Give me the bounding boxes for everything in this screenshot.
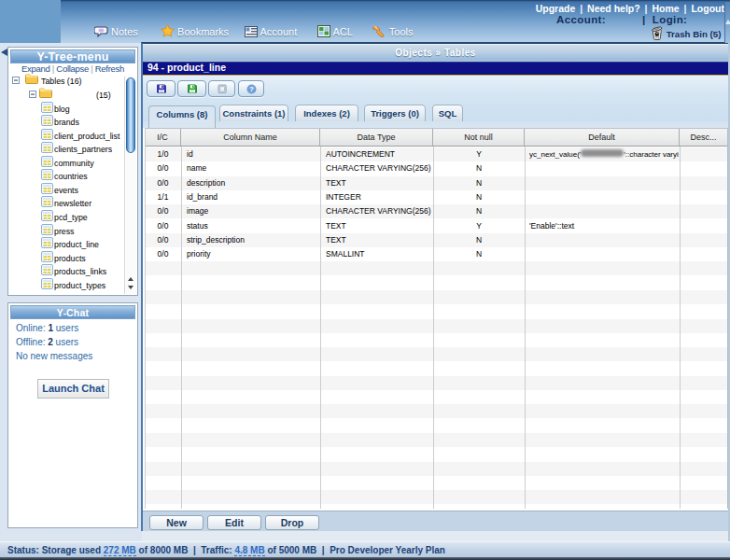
svg-text:?: ? xyxy=(249,85,254,93)
